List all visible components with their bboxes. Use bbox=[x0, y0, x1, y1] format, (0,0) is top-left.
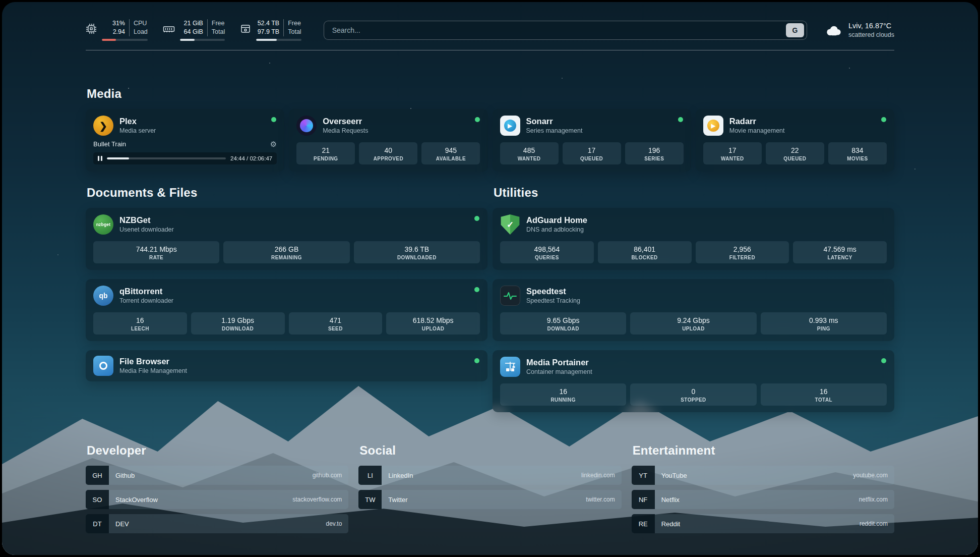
search-bar[interactable]: G bbox=[324, 21, 807, 40]
service-subtitle: Series management bbox=[526, 127, 583, 135]
bookmark-group-developer: Developer GH Github github.com SO StackO… bbox=[86, 443, 348, 533]
bookmark-stackoverflow[interactable]: SO StackOverflow stackoverflow.com bbox=[86, 490, 348, 509]
bookmark-abbr: SO bbox=[86, 490, 109, 509]
status-dot bbox=[881, 358, 886, 363]
memory-free-label: Free bbox=[207, 19, 225, 28]
bookmark-abbr: NF bbox=[632, 490, 655, 509]
bookmark-reddit[interactable]: RE Reddit reddit.com bbox=[632, 514, 894, 533]
radarr-icon: ▶ bbox=[703, 116, 723, 136]
service-card-overseerr[interactable]: Overseerr Media Requests 21PENDING 40APP… bbox=[289, 109, 487, 172]
memory-free-value: 21 GiB bbox=[180, 19, 203, 28]
stat-seed: 471SEED bbox=[289, 312, 383, 335]
cpu-usage-label: CPU bbox=[129, 19, 147, 28]
service-name: Media Portainer bbox=[526, 357, 592, 368]
service-subtitle: DNS and adblocking bbox=[526, 226, 587, 234]
service-card-sonarr[interactable]: ▶ Sonarr Series management 485WANTED 17Q… bbox=[493, 109, 691, 172]
bookmark-group-title: Developer bbox=[87, 443, 348, 458]
memory-total-label: Total bbox=[207, 28, 225, 36]
stat-remaining: 266 GBREMAINING bbox=[223, 241, 349, 263]
service-card-qbittorrent[interactable]: qb qBittorrent Torrent downloader 16LEEC… bbox=[86, 279, 487, 341]
bookmark-abbr: GH bbox=[86, 466, 109, 485]
stat-filtered: 2,956FILTERED bbox=[696, 241, 789, 263]
memory-widget: 21 GiBFree 64 GiBTotal bbox=[163, 19, 225, 41]
nzbget-icon: nzbget bbox=[93, 214, 113, 235]
stat-download: 9.65 GbpsDOWNLOAD bbox=[500, 312, 626, 335]
bookmark-url: youtube.com bbox=[853, 472, 894, 479]
cloud-icon bbox=[824, 23, 842, 37]
service-name: File Browser bbox=[119, 356, 187, 367]
bookmark-group-title: Social bbox=[359, 443, 621, 458]
pause-button[interactable] bbox=[98, 156, 102, 161]
memory-total-value: 64 GiB bbox=[180, 28, 203, 36]
stat-approved: 40APPROVED bbox=[359, 142, 417, 164]
bookmark-group-social: Social LI LinkedIn linkedin.com TW Twitt… bbox=[358, 443, 621, 533]
playback-time: 24:44 / 02:06:47 bbox=[230, 155, 272, 161]
disk-total-label: Total bbox=[283, 28, 301, 36]
service-name: Speedtest bbox=[526, 286, 580, 297]
bookmark-youtube[interactable]: YT YouTube youtube.com bbox=[632, 466, 894, 485]
speedtest-icon bbox=[500, 286, 520, 306]
service-name: Plex bbox=[119, 116, 156, 127]
adguard-shield-icon: ✓ bbox=[500, 214, 520, 235]
stat-latency: 47.569 msLATENCY bbox=[793, 241, 887, 263]
search-provider-button[interactable]: G bbox=[786, 23, 804, 37]
service-subtitle: Speedtest Tracking bbox=[526, 297, 580, 305]
service-name: AdGuard Home bbox=[526, 215, 587, 226]
section-title-media: Media bbox=[87, 87, 894, 101]
stat-queued: 17QUEUED bbox=[563, 142, 621, 164]
bookmark-dev[interactable]: DT DEV dev.to bbox=[86, 514, 348, 533]
service-subtitle: Media Requests bbox=[323, 127, 368, 135]
memory-icon bbox=[163, 23, 175, 34]
service-card-radarr[interactable]: ▶ Radarr Movie management 17WANTED 22QUE… bbox=[696, 109, 894, 172]
service-subtitle: Media File Management bbox=[119, 367, 187, 375]
bookmark-twitter[interactable]: TW Twitter twitter.com bbox=[358, 490, 621, 509]
stat-download: 1.19 GbpsDOWNLOAD bbox=[191, 312, 285, 335]
service-card-plex[interactable]: ❯ Plex Media server Bullet Train ⚙ bbox=[86, 109, 284, 172]
section-utilities: Utilities ✓ AdGuard Home DNS and adblock… bbox=[493, 186, 894, 412]
bookmark-url: linkedin.com bbox=[581, 472, 622, 479]
service-card-filebrowser[interactable]: File Browser Media File Management bbox=[86, 350, 487, 381]
stat-upload: 9.24 GbpsUPLOAD bbox=[630, 312, 756, 335]
bookmark-url: dev.to bbox=[326, 520, 349, 527]
bookmark-url: stackoverflow.com bbox=[292, 496, 348, 503]
service-name: Overseerr bbox=[323, 116, 368, 127]
section-documents: Documents & Files nzbget NZBGet Usenet d… bbox=[86, 186, 487, 412]
bookmark-name: Netflix bbox=[655, 496, 680, 504]
status-dot bbox=[474, 358, 479, 363]
bookmark-abbr: RE bbox=[632, 514, 655, 533]
status-dot bbox=[678, 117, 683, 122]
stat-total: 16TOTAL bbox=[761, 383, 887, 406]
portainer-crane-icon bbox=[500, 357, 520, 377]
service-card-portainer[interactable]: Media Portainer Container management 16R… bbox=[493, 350, 894, 412]
service-name: NZBGet bbox=[119, 215, 174, 226]
status-dot bbox=[475, 117, 480, 122]
bookmark-url: netflix.com bbox=[859, 496, 894, 503]
stat-pending: 21PENDING bbox=[296, 142, 355, 164]
playback-bar: 24:44 / 02:06:47 bbox=[93, 152, 277, 164]
cpu-load-value: 2.94 bbox=[102, 28, 125, 36]
bookmark-url: twitter.com bbox=[586, 496, 621, 503]
stat-blocked: 86,401BLOCKED bbox=[598, 241, 692, 263]
disk-total-value: 97.9 TB bbox=[256, 28, 279, 36]
bookmark-github[interactable]: GH Github github.com bbox=[86, 466, 348, 485]
playback-progress-bar[interactable] bbox=[107, 157, 226, 159]
bookmark-name: StackOverflow bbox=[109, 496, 158, 504]
search-input[interactable] bbox=[331, 26, 786, 35]
playback-progress-fill bbox=[107, 157, 130, 159]
service-card-speedtest[interactable]: Speedtest Speedtest Tracking 9.65 GbpsDO… bbox=[493, 279, 894, 341]
disk-free-value: 52.4 TB bbox=[256, 19, 279, 28]
bookmark-linkedin[interactable]: LI LinkedIn linkedin.com bbox=[358, 466, 621, 485]
service-card-adguard[interactable]: ✓ AdGuard Home DNS and adblocking 498,56… bbox=[493, 208, 894, 270]
service-subtitle: Container management bbox=[526, 368, 592, 376]
cpu-usage-value: 31% bbox=[102, 19, 125, 28]
stat-running: 16RUNNING bbox=[500, 383, 626, 406]
service-card-nzbget[interactable]: nzbget NZBGet Usenet downloader 744.21 M… bbox=[86, 208, 487, 270]
plex-icon: ❯ bbox=[93, 116, 113, 136]
status-dot bbox=[474, 216, 479, 221]
bookmark-netflix[interactable]: NF Netflix netflix.com bbox=[632, 490, 894, 509]
section-title-documents: Documents & Files bbox=[87, 186, 487, 200]
weather-widget: Lviv, 16.87°C scattered clouds bbox=[824, 21, 894, 39]
stat-movies: 834MOVIES bbox=[828, 142, 887, 164]
gear-icon[interactable]: ⚙ bbox=[270, 140, 277, 148]
cpu-widget: 31%CPU 2.94Load bbox=[86, 19, 148, 41]
